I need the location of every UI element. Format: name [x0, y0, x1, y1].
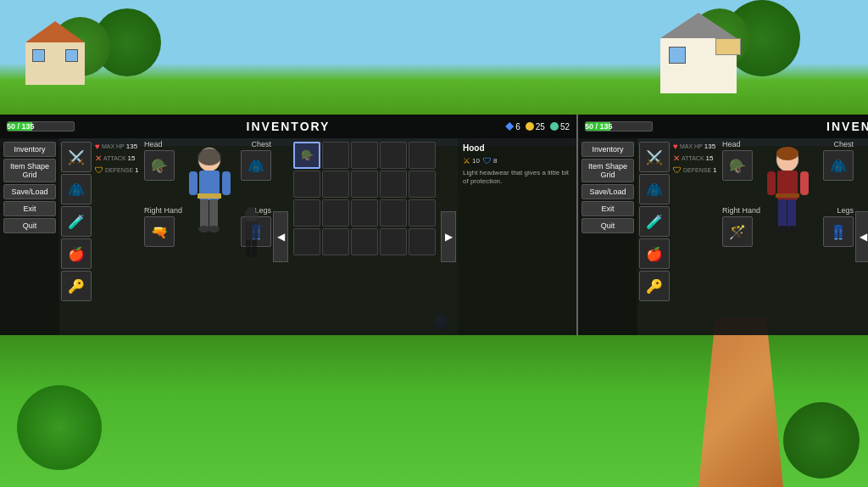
svg-point-21 — [786, 226, 798, 232]
left-item-info: Hood ⚔ 10 🛡 8 Light headwear that gives … — [458, 138, 576, 335]
left-panel-title: INVENTORY — [247, 120, 331, 133]
token-icon — [550, 122, 559, 131]
left-inv-cell-4[interactable] — [409, 142, 436, 169]
left-inv-cell-18[interactable] — [380, 228, 407, 255]
menu-btn-shape-grid-left[interactable]: Item Shape Grid — [3, 159, 56, 182]
left-item-name: Hood — [463, 143, 571, 153]
left-inv-cell-1[interactable] — [322, 142, 349, 169]
svg-rect-17 — [776, 193, 799, 198]
right-hp-text: 50 / 135 — [585, 122, 613, 131]
left-stat-def-row: 🛡 DEFENSE 1 — [95, 165, 142, 175]
right-inventory-panel: 50 / 135 INVENTORY 6 25 52 — [578, 115, 868, 335]
right-nav-arrow-left[interactable]: ◀ — [855, 211, 868, 262]
building-tr-window — [669, 47, 686, 64]
menu-btn-exit-left[interactable]: Exit — [3, 201, 56, 216]
right-character-figure — [765, 147, 811, 249]
left-inv-cell-2[interactable] — [351, 142, 378, 169]
menu-btn-saveload-left[interactable]: Save/Load — [3, 184, 56, 199]
right-char-area: Head 🪖 Right Hand 🪄 — [722, 138, 854, 335]
right-righthand-slot[interactable]: 🪄 — [722, 216, 753, 247]
svg-point-15 — [776, 147, 798, 160]
left-item-desc: Light headwear that gives a little bit o… — [463, 169, 571, 187]
right-chest-label: Chest — [833, 140, 854, 148]
left-equip-body[interactable]: 🧥 — [61, 174, 92, 204]
menu-btn-saveload-right[interactable]: Save/Load — [581, 184, 634, 199]
left-inv-cell-0[interactable]: 🪖 — [293, 142, 320, 169]
left-inv-cell-13[interactable] — [380, 199, 407, 227]
left-nav-arrow-left[interactable]: ◀ — [273, 211, 288, 262]
right-equip-potion[interactable]: 🧪 — [639, 206, 670, 237]
menu-btn-quit-left[interactable]: Quit — [3, 218, 56, 233]
right-chest-slot[interactable]: 🧥 — [823, 150, 854, 181]
left-chest-label: Chest — [251, 140, 271, 148]
left-inv-cell-16[interactable] — [322, 228, 349, 255]
right-equip-key[interactable]: 🔑 — [639, 271, 670, 301]
left-menu: Inventory Item Shape Grid Save/Load Exit… — [0, 138, 59, 335]
left-inv-cell-17[interactable] — [351, 228, 378, 255]
left-equip-key[interactable]: 🔑 — [61, 271, 92, 301]
menu-btn-shape-grid-right[interactable]: Item Shape Grid — [581, 159, 634, 182]
building-tl-roof — [25, 21, 85, 42]
left-inv-grid: 🪖 — [293, 142, 436, 255]
menu-btn-inventory-left[interactable]: Inventory — [3, 142, 56, 157]
building-top-right — [648, 13, 749, 98]
left-righthand-slot[interactable]: 🔫 — [144, 216, 175, 247]
left-inv-grid-area: 🪖 — [290, 138, 439, 335]
right-stat-atk-row: ✕ ATTACK 15 — [673, 154, 721, 163]
right-equip-sword[interactable]: ⚔️ — [639, 142, 670, 172]
svg-rect-23 — [800, 171, 809, 195]
svg-rect-3 — [198, 193, 221, 199]
left-nav-arrow-right[interactable]: ▶ — [441, 211, 456, 262]
left-token-count: 52 — [560, 122, 570, 132]
svg-point-7 — [208, 226, 220, 232]
left-chest-slot[interactable]: 🧥 — [241, 150, 271, 181]
left-hp-text: 50 / 135 — [7, 122, 35, 131]
left-panel-body: Inventory Item Shape Grid Save/Load Exit… — [0, 138, 576, 335]
left-item-def-val: 8 — [493, 157, 497, 165]
menu-btn-inventory-right[interactable]: Inventory — [581, 142, 634, 157]
svg-rect-12 — [246, 240, 251, 257]
left-inv-cell-12[interactable] — [351, 199, 378, 227]
left-char-svg — [186, 147, 233, 257]
left-tokens: 52 — [550, 122, 570, 132]
right-stat-def-row: 🛡 DEFENSE 1 — [673, 165, 721, 175]
left-inv-cell-19[interactable] — [409, 228, 436, 255]
left-inv-cell-10[interactable] — [293, 199, 320, 227]
left-inv-cell-8[interactable] — [380, 171, 407, 198]
svg-rect-13 — [252, 240, 257, 257]
left-item-atk-icon: ⚔ — [463, 156, 470, 165]
right-equip-body[interactable]: 🧥 — [639, 174, 670, 204]
left-equip-potion[interactable]: 🧪 — [61, 206, 92, 237]
left-inv-cell-14[interactable] — [409, 199, 436, 227]
left-inv-cell-3[interactable] — [380, 142, 407, 169]
left-item-def: 🛡 8 — [483, 156, 497, 165]
ui-panel: 50 / 135 INVENTORY 6 25 52 — [0, 115, 868, 335]
left-equip-sword[interactable]: ⚔️ — [61, 142, 92, 172]
left-inv-cell-15[interactable] — [293, 228, 320, 255]
left-resource-icons: 6 25 52 — [505, 122, 570, 132]
right-equip-apple[interactable]: 🍎 — [639, 238, 670, 269]
left-inv-cell-9[interactable] — [409, 171, 436, 198]
left-inv-cell-11[interactable] — [322, 199, 349, 227]
svg-point-10 — [245, 207, 259, 222]
left-coin-count: 25 — [536, 122, 545, 132]
left-inventory-panel: 50 / 135 INVENTORY 6 25 52 — [0, 115, 578, 335]
left-equip-icons: ⚔️ 🧥 🧪 🍎 🔑 — [59, 138, 93, 335]
right-hp-container: 50 / 135 — [585, 121, 653, 132]
right-head-slot[interactable]: 🪖 — [722, 150, 753, 181]
left-inv-cell-7[interactable] — [351, 171, 378, 198]
left-inv-cell-5[interactable] — [293, 171, 320, 198]
left-equip-apple[interactable]: 🍎 — [61, 238, 92, 269]
building-tr-sign — [715, 38, 741, 55]
left-inv-cell-6[interactable] — [322, 171, 349, 198]
menu-btn-quit-right[interactable]: Quit — [581, 218, 634, 233]
svg-rect-11 — [245, 221, 259, 240]
left-head-slot[interactable]: 🪖 — [144, 150, 175, 181]
building-tl-window-1 — [32, 49, 45, 62]
left-item-atk: ⚔ 10 — [463, 156, 480, 165]
right-char-svg — [765, 147, 811, 257]
right-legs-slot[interactable]: 👖 — [823, 216, 854, 247]
left-stats: ♥ MAX HP 135 ✕ ATTACK 15 🛡 DEFENSE 1 — [93, 138, 144, 335]
menu-btn-exit-right[interactable]: Exit — [581, 201, 634, 216]
svg-point-1 — [198, 148, 221, 165]
